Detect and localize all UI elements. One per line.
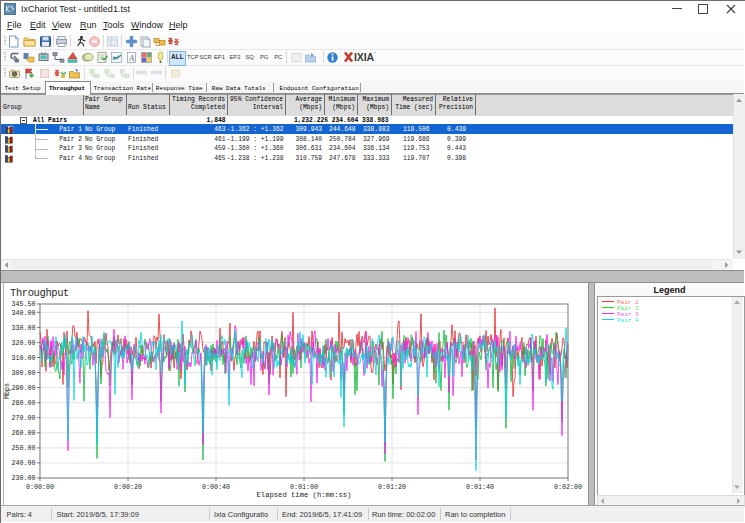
svg-text:0:00:40: 0:00:40: [202, 483, 230, 491]
svg-text:340.00: 340.00: [11, 309, 35, 317]
svg-text:280.00: 280.00: [11, 399, 35, 407]
svg-text:260.00: 260.00: [11, 429, 35, 437]
svg-text:Elapsed time (h:mm:ss): Elapsed time (h:mm:ss): [257, 491, 352, 499]
svg-text:230.00: 230.00: [11, 474, 35, 482]
svg-text:0:02:00: 0:02:00: [554, 483, 582, 491]
svg-text:A: A: [128, 52, 135, 62]
svg-text:330.00: 330.00: [11, 324, 35, 332]
svg-text:290.00: 290.00: [11, 384, 35, 392]
svg-text:345.50: 345.50: [11, 300, 35, 308]
svg-text:0:01:40: 0:01:40: [466, 483, 494, 491]
svg-text:IXIA: IXIA: [354, 51, 374, 63]
svg-text:0:00:00: 0:00:00: [26, 483, 54, 491]
svg-text:0:01:20: 0:01:20: [378, 483, 406, 491]
svg-text:240.00: 240.00: [11, 459, 35, 467]
svg-text:270.00: 270.00: [11, 414, 35, 422]
svg-text:300.00: 300.00: [11, 369, 35, 377]
svg-text:250.00: 250.00: [11, 444, 35, 452]
svg-text:310.00: 310.00: [11, 354, 35, 362]
svg-text:0:01:00: 0:01:00: [290, 483, 318, 491]
svg-text:320.00: 320.00: [11, 339, 35, 347]
svg-text:0:00:20: 0:00:20: [114, 483, 142, 491]
svg-text:Mbps: Mbps: [3, 383, 11, 399]
